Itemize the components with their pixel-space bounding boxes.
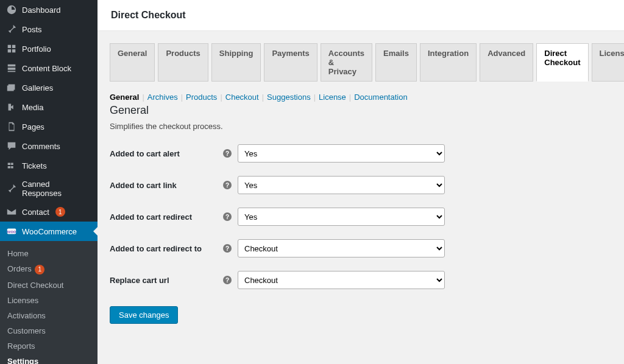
page-title: Direct Checkout [98, 0, 624, 31]
form-row-label: Added to cart link? [110, 181, 238, 190]
subnav-link-general: General [110, 93, 139, 102]
sidebar-subitem-label: Settings [7, 357, 38, 365]
tab-emails[interactable]: Emails [375, 43, 417, 82]
subnav-link-license[interactable]: License [319, 93, 346, 102]
form-select[interactable]: Yes [238, 144, 445, 163]
tab-general[interactable]: General [110, 43, 155, 82]
page-body: GeneralProductsShippingPaymentsAccounts … [98, 31, 624, 342]
subnav-link-archives[interactable]: Archives [147, 93, 178, 102]
pin-icon [6, 24, 17, 35]
help-icon[interactable]: ? [223, 149, 232, 158]
sidebar-submenu: HomeOrders 1Direct CheckoutLicensesActiv… [0, 241, 98, 364]
mail-icon [6, 206, 17, 217]
form-select[interactable]: Checkout [238, 239, 445, 257]
form-select[interactable]: Checkout [238, 271, 445, 289]
sidebar-item-pages[interactable]: Pages [0, 117, 98, 136]
sidebar-subitem[interactable]: Licenses [0, 293, 98, 308]
sidebar-item-comments[interactable]: Comments [0, 136, 98, 156]
tab-products[interactable]: Products [158, 43, 208, 82]
ticket-icon [6, 160, 17, 171]
form-row-label: Replace cart url? [110, 276, 238, 285]
tab-payments[interactable]: Payments [264, 43, 317, 82]
tab-licenses[interactable]: Licenses [592, 43, 625, 82]
sidebar-item-label: Posts [22, 25, 42, 34]
sidebar-item-content-block[interactable]: Content Block [0, 58, 98, 78]
sidebar-item-label: Canned Responses [22, 180, 91, 198]
sidebar-subitem-label: Licenses [7, 296, 38, 305]
tab-shipping[interactable]: Shipping [211, 43, 261, 82]
subnav-separator: | [178, 93, 186, 102]
media-icon [6, 102, 17, 113]
sidebar-subitem[interactable]: Reports [0, 338, 98, 354]
section-description: Simplifies the checkout process. [110, 122, 612, 131]
subnav-link-suggestions[interactable]: Suggestions [267, 93, 311, 102]
subnav-separator: | [139, 93, 147, 102]
sidebar-item-label: Galleries [22, 83, 53, 93]
settings-subnav: General|Archives|Products|Checkout|Sugge… [110, 93, 612, 102]
sidebar-subitem-label: Reports [7, 341, 35, 351]
sidebar-item-media[interactable]: Media [0, 97, 98, 117]
svg-text:woo: woo [7, 229, 16, 234]
subnav-separator: | [311, 93, 319, 102]
tab-accounts-privacy[interactable]: Accounts & Privacy [321, 43, 372, 82]
settings-tabs: GeneralProductsShippingPaymentsAccounts … [110, 43, 612, 82]
form-row-label: Added to cart alert? [110, 149, 238, 158]
woo-icon: woo [6, 226, 17, 237]
form-row: Added to cart alert?Yes [110, 144, 612, 163]
sidebar-item-label: WooCommerce [22, 227, 77, 236]
settings-form: Added to cart alert?YesAdded to cart lin… [110, 144, 612, 289]
sidebar-item-woocommerce[interactable]: wooWooCommerce [0, 222, 98, 241]
subnav-separator: | [217, 93, 225, 102]
help-icon[interactable]: ? [223, 181, 232, 189]
sidebar-item-contact[interactable]: Contact1 [0, 202, 98, 222]
form-row: Added to cart redirect to?Checkout [110, 239, 612, 257]
sidebar-subitem-label: Direct Checkout [7, 281, 63, 290]
form-select[interactable]: Yes [238, 176, 445, 194]
sidebar-subitem[interactable]: Settings [0, 354, 98, 365]
sidebar-item-portfolio[interactable]: Portfolio [0, 39, 98, 58]
pin-icon [6, 183, 17, 194]
subnav-link-documentation[interactable]: Documentation [354, 93, 407, 102]
sidebar-item-label: Dashboard [22, 5, 61, 15]
form-row: Added to cart link?Yes [110, 176, 612, 194]
sidebar-subitem-label: Customers [7, 326, 46, 335]
sidebar-item-dashboard[interactable]: Dashboard [0, 0, 98, 19]
sidebar-badge: 1 [35, 265, 44, 275]
admin-sidebar: DashboardPostsPortfolioContent BlockGall… [0, 0, 98, 364]
pages-icon [6, 121, 17, 132]
sidebar-subitem-label: Activations [7, 311, 46, 320]
content-area: Direct Checkout GeneralProductsShippingP… [98, 0, 624, 364]
help-icon[interactable]: ? [223, 276, 232, 284]
sidebar-subitem[interactable]: Orders 1 [0, 261, 98, 278]
tab-advanced[interactable]: Advanced [480, 43, 533, 82]
form-row-label: Added to cart redirect? [110, 212, 238, 222]
sidebar-subitem[interactable]: Customers [0, 323, 98, 338]
sidebar-badge: 1 [55, 207, 65, 217]
sidebar-subitem[interactable]: Home [0, 246, 98, 261]
help-icon[interactable]: ? [223, 244, 232, 253]
sidebar-item-label: Content Block [22, 64, 71, 73]
subnav-link-checkout[interactable]: Checkout [225, 93, 259, 102]
save-button[interactable]: Save changes [110, 306, 178, 324]
form-select[interactable]: Yes [238, 208, 445, 226]
sidebar-item-label: Pages [22, 122, 44, 131]
subnav-link-products[interactable]: Products [186, 93, 217, 102]
help-icon[interactable]: ? [223, 212, 232, 221]
form-row: Added to cart redirect?Yes [110, 208, 612, 226]
sidebar-item-canned[interactable]: Canned Responses [0, 175, 98, 202]
subnav-separator: | [259, 93, 267, 102]
sidebar-item-tickets[interactable]: Tickets [0, 156, 98, 175]
sidebar-item-posts[interactable]: Posts [0, 19, 98, 39]
sidebar-subitem[interactable]: Direct Checkout [0, 278, 98, 293]
block-icon [6, 63, 17, 74]
tab-integration[interactable]: Integration [420, 43, 477, 82]
sidebar-item-label: Media [22, 103, 43, 112]
sidebar-subitem-label: Orders [7, 264, 32, 273]
subnav-separator: | [346, 93, 354, 102]
comment-icon [6, 141, 17, 152]
sidebar-subitem[interactable]: Activations [0, 308, 98, 323]
grid-icon [6, 43, 17, 54]
sidebar-item-galleries[interactable]: Galleries [0, 78, 98, 97]
tab-direct-checkout[interactable]: Direct Checkout [536, 43, 588, 82]
section-title: General [110, 104, 612, 117]
